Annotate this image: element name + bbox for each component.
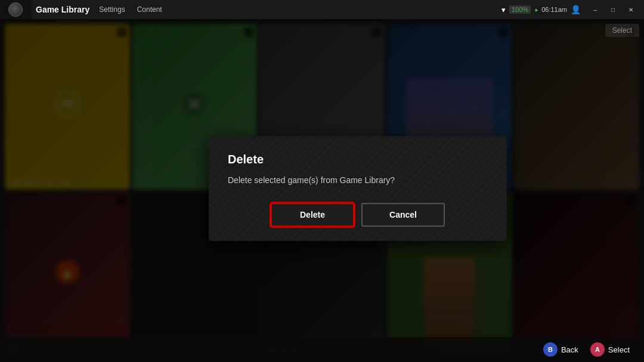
select-circle-icon: A [590,342,605,357]
logo-circle [8,2,23,17]
close-button[interactable]: ✕ [623,3,639,16]
wifi-icon: ▾ [501,5,506,14]
status-indicator: ● [534,7,538,13]
titlebar-controls: ▾ 100% ● 06:11am 👤 – □ ✕ [501,3,644,16]
app-logo [0,0,31,19]
back-circle-icon: B [543,342,558,357]
nav-settings[interactable]: Settings [99,5,125,14]
select-label: Select [608,345,630,354]
nav-content[interactable]: Content [137,5,162,14]
window-controls: – □ ✕ [587,3,639,16]
delete-button[interactable]: Delete [271,203,354,227]
bottom-bar: B Back A Select [0,337,644,362]
dialog-content: Delete Delete selected game(s) from Game… [209,136,507,242]
user-avatar-icon: 👤 [571,5,581,14]
titlebar: Game Library Settings Content ▾ 100% ● 0… [0,0,644,19]
cancel-button[interactable]: Cancel [361,203,445,227]
maximize-button[interactable]: □ [605,3,621,16]
dialog-title: Delete [228,153,488,166]
titlebar-nav: Settings Content [99,5,162,14]
back-button[interactable]: B Back [543,342,578,357]
delete-dialog: Delete Delete selected game(s) from Game… [209,136,507,242]
dialog-message: Delete selected game(s) from Game Librar… [228,175,488,187]
back-label: Back [561,345,578,354]
status-battery: 100% [509,5,531,14]
back-icon-label: B [548,346,553,353]
status-area: ▾ 100% ● 06:11am 👤 [501,5,581,14]
app-title: Game Library [36,5,89,14]
select-button[interactable]: A Select [590,342,630,357]
minimize-button[interactable]: – [587,3,603,16]
main-content: CD Jedu Early Access 1586 Call of Duty® … [0,19,644,362]
select-icon-label: A [595,346,600,353]
status-time: 06:11am [541,6,567,13]
dialog-buttons: Delete Cancel [228,203,488,227]
